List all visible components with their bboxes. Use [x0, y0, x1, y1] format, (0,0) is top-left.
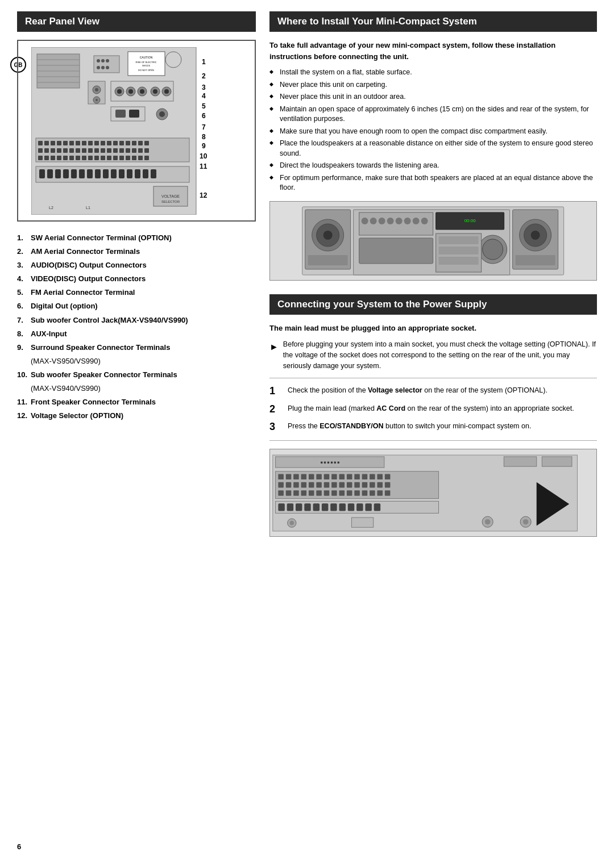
svg-text:10: 10	[200, 152, 208, 160]
svg-rect-88	[101, 156, 105, 160]
svg-rect-92	[126, 156, 130, 160]
svg-rect-220	[356, 503, 363, 511]
svg-rect-85	[82, 156, 86, 160]
svg-rect-37	[115, 110, 126, 118]
svg-rect-201	[324, 490, 330, 496]
svg-text:3: 3	[202, 84, 206, 91]
svg-rect-176	[362, 474, 368, 479]
svg-rect-212	[287, 503, 293, 511]
svg-text:SELECTOR: SELECTOR	[161, 200, 180, 203]
svg-rect-75	[132, 148, 136, 153]
svg-rect-207	[370, 490, 375, 496]
svg-text:1: 1	[202, 58, 206, 66]
svg-rect-214	[304, 503, 310, 511]
svg-point-133	[323, 231, 333, 240]
svg-point-138	[531, 231, 540, 240]
svg-text:CAUTION: CAUTION	[140, 56, 153, 59]
svg-rect-55	[119, 141, 124, 145]
svg-text:4: 4	[202, 92, 206, 100]
svg-rect-204	[347, 490, 352, 496]
svg-point-31	[140, 89, 144, 94]
svg-rect-191	[362, 482, 368, 487]
svg-rect-80	[51, 156, 55, 160]
svg-rect-97	[39, 169, 45, 178]
svg-text:11: 11	[200, 162, 208, 170]
svg-rect-59	[144, 141, 149, 145]
svg-rect-78	[38, 156, 43, 160]
svg-point-33	[153, 89, 157, 94]
svg-rect-105	[103, 169, 109, 178]
page: GB Rear Panel View	[0, 0, 614, 868]
svg-rect-52	[101, 141, 105, 145]
panel-image: CAUTION RISK OF ELECTRIC SHOCK DO NOT OP…	[31, 47, 242, 215]
svg-point-29	[128, 89, 133, 94]
svg-text:DO NOT OPEN: DO NOT OPEN	[138, 69, 154, 72]
svg-rect-73	[119, 148, 124, 153]
svg-rect-213	[296, 503, 302, 511]
bullet-2: Never place this unit on carpeting.	[269, 80, 597, 90]
page-number: 6	[17, 842, 21, 851]
svg-point-19	[106, 66, 109, 69]
svg-rect-141	[359, 238, 433, 264]
svg-rect-38	[129, 110, 139, 118]
svg-rect-178	[377, 474, 383, 479]
svg-text:SHOCK: SHOCK	[142, 64, 151, 67]
bullet-6: Place the loudspeakers at a reasonable d…	[269, 139, 597, 158]
install-section: Where to Install Your Mini-Compact Syste…	[269, 11, 597, 281]
list-item-9-sub: (MAX-VS950/VS990)	[31, 355, 256, 368]
list-item-10: 10. Sub woofer Speaker Connector Termina…	[17, 369, 256, 381]
svg-rect-95	[144, 156, 149, 160]
svg-rect-45	[57, 141, 61, 145]
svg-rect-217	[330, 503, 337, 511]
svg-text:12: 12	[200, 191, 208, 199]
svg-rect-218	[339, 503, 345, 511]
svg-rect-183	[301, 482, 307, 487]
svg-rect-108	[127, 169, 132, 178]
svg-rect-221	[365, 503, 371, 511]
svg-point-144	[370, 218, 377, 224]
list-item-8: 8. AUX-Input	[17, 328, 256, 340]
svg-rect-56	[126, 141, 130, 145]
svg-rect-189	[347, 482, 352, 487]
svg-text:8: 8	[202, 133, 206, 141]
list-item-2: 2. AM Aerial Connector Terminals	[17, 245, 256, 258]
bullet-8: For optimum performance, make sure that …	[269, 173, 597, 193]
list-item-1: 1. SW Aerial Connector Terminal (OPTION)	[17, 232, 256, 244]
svg-rect-193	[377, 482, 383, 487]
svg-rect-209	[385, 490, 391, 496]
svg-rect-100	[63, 169, 69, 178]
svg-rect-216	[322, 503, 328, 511]
bottom-image: ■ ■ ■ ■ ■ ■	[269, 449, 597, 537]
svg-rect-110	[143, 169, 148, 178]
svg-rect-101	[71, 169, 77, 178]
svg-rect-86	[88, 156, 93, 160]
svg-rect-158	[439, 257, 479, 265]
svg-rect-166	[286, 474, 292, 479]
svg-rect-58	[138, 141, 143, 145]
svg-rect-76	[138, 148, 143, 153]
items-list: 1. SW Aerial Connector Terminal (OPTION)…	[17, 232, 256, 422]
svg-rect-94	[138, 156, 143, 160]
svg-point-35	[164, 89, 169, 94]
svg-rect-69	[94, 148, 99, 153]
svg-rect-98	[47, 169, 53, 178]
svg-point-14	[97, 59, 100, 62]
svg-point-145	[379, 218, 385, 224]
svg-point-27	[117, 89, 122, 94]
svg-rect-93	[132, 156, 136, 160]
svg-rect-103	[87, 169, 93, 178]
list-item-3: 3. AUDIO(DISC) Output Connectors	[17, 259, 256, 272]
svg-rect-65	[69, 148, 74, 153]
power-title: Connecting your System to the Power Supp…	[269, 294, 597, 315]
svg-point-22	[95, 88, 98, 91]
svg-text:VOLTAGE: VOLTAGE	[161, 194, 180, 198]
svg-rect-139	[516, 255, 555, 265]
step-1: 1 Check the position of the Voltage sele…	[269, 385, 597, 398]
svg-rect-62	[51, 148, 55, 153]
svg-rect-192	[370, 482, 375, 487]
svg-rect-156	[439, 236, 479, 244]
svg-rect-57	[132, 141, 136, 145]
svg-rect-184	[309, 482, 314, 487]
svg-point-224	[289, 520, 294, 525]
svg-text:L2: L2	[49, 206, 53, 210]
